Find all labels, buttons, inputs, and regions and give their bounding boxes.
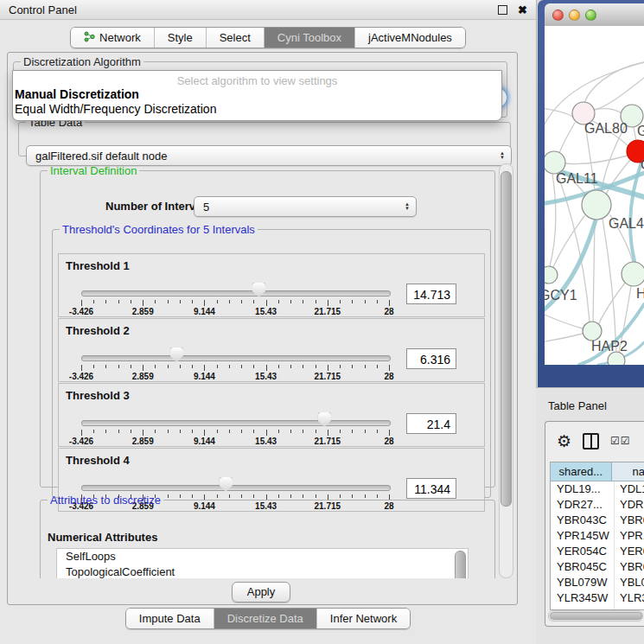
close-icon[interactable]: ✖: [518, 4, 527, 16]
table-horizontal-scrollbar-thumb[interactable]: [550, 612, 642, 620]
attribute-list-scrollbar[interactable]: [455, 551, 466, 578]
select-columns-icon[interactable]: ☑☑: [610, 435, 631, 447]
tick-mark: [105, 365, 106, 368]
tab-network[interactable]: Network: [71, 28, 155, 48]
tick-label: 15.43: [255, 372, 277, 381]
tab-infer-network[interactable]: Infer Network: [317, 609, 410, 628]
tick-mark: [105, 300, 106, 303]
zoom-traffic-light-icon[interactable]: [585, 10, 596, 21]
threshold-value-field[interactable]: 14.713: [406, 284, 456, 304]
table-row[interactable]: YPR145WYPR1: [551, 528, 644, 544]
network-node-gal4[interactable]: [582, 190, 611, 220]
network-node-label: GAL80: [584, 121, 628, 136]
table-panel-title: Table Panel: [548, 399, 607, 412]
column-header-na[interactable]: na: [612, 462, 644, 481]
network-node-label: GAL4: [609, 216, 644, 231]
network-edge: [545, 313, 583, 328]
table-body: YDL19...YDL1YDR27...YDR2YBR043CYBR0YPR14…: [551, 481, 644, 610]
interval-definition-label: Interval Definition: [48, 164, 139, 177]
gear-icon[interactable]: ⚙: [557, 433, 571, 450]
tick-mark: [365, 430, 366, 433]
tick-mark: [131, 365, 131, 368]
show-columns-icon[interactable]: [583, 433, 599, 450]
cell-shared-name: YBL079W: [551, 575, 615, 590]
network-window-titlebar[interactable]: [545, 3, 644, 27]
algorithm-option-manual-discretization[interactable]: Manual Discretization: [13, 87, 501, 102]
table-horizontal-scrollbar[interactable]: [548, 610, 643, 622]
tick-mark: [377, 430, 378, 433]
table-row[interactable]: YBR043CYBR0: [551, 513, 644, 528]
tick-label: 28: [384, 307, 393, 316]
tick-mark: [204, 430, 205, 436]
tick-mark: [377, 300, 378, 303]
minimize-traffic-light-icon[interactable]: [569, 10, 580, 21]
tick-mark: [241, 430, 242, 433]
number-of-intervals-value: 5: [203, 201, 209, 214]
table-row[interactable]: YBL079WYBL0: [551, 575, 644, 590]
threshold-value-field[interactable]: 6.316: [406, 348, 456, 369]
network-node-h[interactable]: [622, 262, 644, 286]
table-row[interactable]: YBR045CYBR0: [551, 559, 644, 575]
table-row[interactable]: YLR345WYLR3: [551, 590, 644, 606]
tick-mark: [93, 430, 94, 433]
network-edge: [545, 108, 573, 117]
network-node-hap2[interactable]: [583, 322, 602, 341]
tab-cyni-toolbox[interactable]: Cyni Toolbox: [265, 28, 355, 48]
stepper-arrows-icon: ▲▼: [500, 146, 505, 165]
tick-label: 9.144: [194, 372, 215, 381]
tick-mark: [303, 365, 303, 368]
network-node-gcy1[interactable]: [545, 266, 558, 284]
tick-mark: [118, 430, 119, 433]
algorithm-option-equal-width-frequency-discretization[interactable]: Equal Width/Frequency Discretization: [13, 102, 501, 117]
tab-impute-data[interactable]: Impute Data: [126, 609, 214, 628]
table-data-group: Table Data galFiltered.sif default node …: [18, 116, 511, 156]
float-panel-icon[interactable]: [498, 5, 507, 15]
network-edge: [550, 174, 556, 266]
cell-name: YDL1: [615, 481, 644, 497]
tick-mark: [217, 365, 218, 368]
tab-discretize-data[interactable]: Discretize Data: [214, 609, 317, 628]
cell-shared-name: YPR145W: [551, 528, 615, 544]
tick-label: -3.426: [69, 307, 93, 316]
tab-style[interactable]: Style: [155, 28, 207, 48]
tick-mark: [290, 300, 291, 303]
tick-mark: [143, 430, 143, 436]
slider-tick-marks: [81, 430, 389, 437]
network-node[interactable]: [608, 352, 625, 365]
tick-mark: [352, 300, 353, 303]
tick-label: 9.144: [194, 437, 215, 446]
tab-select[interactable]: Select: [207, 28, 265, 48]
table-row[interactable]: YDR27...YDR2: [551, 497, 644, 513]
panel-scrollbar[interactable]: [499, 163, 513, 578]
slider-tick-marks: [81, 365, 389, 372]
threshold-value-field[interactable]: 21.4: [406, 413, 456, 434]
number-of-intervals-select[interactable]: 5 ▲▼: [194, 196, 417, 217]
apply-button[interactable]: Apply: [232, 582, 290, 603]
tick-label: 21.715: [315, 437, 341, 446]
network-node-label: HAP2: [591, 339, 628, 354]
threshold-panel-1: Threshold 1-3.4262.8599.14415.4321.71528…: [58, 253, 485, 317]
threshold-slider-track[interactable]: [81, 290, 391, 296]
threshold-slider-track[interactable]: [81, 420, 391, 426]
tick-mark: [81, 430, 82, 436]
tick-mark: [192, 430, 193, 433]
tick-mark: [204, 300, 205, 306]
panel-scrollbar-thumb[interactable]: [501, 171, 512, 507]
attribute-item-topologicalcoefficient[interactable]: TopologicalCoefficient: [57, 564, 468, 578]
network-canvas[interactable]: GAL80GCGAL11GAL4GCY1HHAP2: [545, 26, 644, 365]
network-edge: [584, 62, 644, 103]
close-traffic-light-icon[interactable]: [552, 10, 564, 21]
numerical-attributes-list: SelfLoopsTopologicalCoefficientBetweenne…: [56, 548, 469, 578]
tick-label: 2.859: [132, 307, 154, 316]
control-panel-title: Control Panel: [9, 3, 498, 16]
attribute-item-selfloops[interactable]: SelfLoops: [57, 549, 468, 564]
column-header-shared[interactable]: shared...: [551, 462, 612, 481]
tick-label: -3.426: [69, 437, 93, 446]
threshold-slider-track[interactable]: [81, 355, 391, 361]
tab-jactivemnodules[interactable]: jActiveMNodules: [355, 28, 465, 48]
threshold-slider-track[interactable]: [81, 485, 391, 491]
tab-label: Cyni Toolbox: [277, 31, 341, 44]
table-row[interactable]: YER054CYER0: [551, 544, 644, 559]
network-graph: GAL80GCGAL11GAL4GCY1HHAP2: [545, 26, 644, 365]
table-row[interactable]: YDL19...YDL1: [551, 481, 644, 497]
